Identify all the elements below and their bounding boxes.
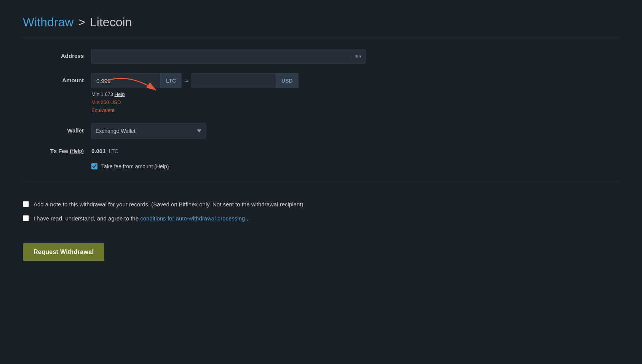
agree-prefix: I have read, understand, and agree to th…: [34, 215, 139, 222]
note-consent-text: Add a note to this withdrawal for your r…: [34, 200, 305, 209]
address-book-button[interactable]: ≡ ▾: [351, 54, 361, 59]
conditions-link[interactable]: conditions for auto-withdrawal processin…: [140, 215, 245, 222]
coin-name: Litecoin: [90, 15, 132, 29]
txfee-value: 0.001 LTC: [91, 148, 118, 154]
agree-consent-row: I have read, understand, and agree to th…: [23, 214, 619, 223]
amount-ltc-box: LTC: [91, 73, 182, 88]
amount-hints: Min 1.673 Help Min 250 USD Equivalent: [91, 91, 299, 114]
txfee-text: Tx Fee: [50, 148, 69, 154]
txfee-label: Tx Fee (Help): [38, 148, 84, 154]
address-label: Address: [38, 49, 84, 59]
address-book-icon: ≡ ▾: [355, 54, 361, 59]
page-header: Withdraw > Litecoin: [23, 15, 619, 29]
agree-suffix: .: [247, 215, 248, 222]
header-divider: [23, 37, 619, 37]
txfee-row: Tx Fee (Help) 0.001 LTC: [38, 148, 619, 154]
agree-checkbox[interactable]: [23, 215, 29, 221]
note-checkbox[interactable]: [23, 201, 29, 207]
amount-label: Amount: [38, 73, 84, 83]
consent-section: Add a note to this withdrawal for your r…: [23, 193, 619, 236]
amount-ltc-input[interactable]: [92, 73, 160, 88]
min-label: Min 1.673: [91, 91, 113, 97]
take-fee-label: Take fee from amount (Help): [101, 163, 169, 169]
address-input[interactable]: [96, 53, 348, 59]
min-help-link[interactable]: Help: [115, 91, 125, 97]
min-usd-hint-line2: Equivalent: [91, 107, 299, 115]
approx-symbol: ≈: [185, 77, 188, 85]
min-usd-hint-line1: Min 250 USD: [91, 99, 299, 107]
take-fee-checkbox[interactable]: [91, 163, 97, 169]
wallet-row: Wallet Exchange Wallet Margin Wallet Fun…: [38, 123, 619, 139]
form-divider: [23, 181, 619, 181]
take-fee-row: Take fee from amount (Help): [91, 163, 619, 169]
note-consent-row: Add a note to this withdrawal for your r…: [23, 200, 619, 209]
amount-usd-input[interactable]: [192, 73, 276, 88]
txfee-amount: 0.001: [91, 148, 106, 154]
address-input-container: ≡ ▾: [91, 49, 366, 64]
take-fee-help-link[interactable]: (Help): [154, 163, 169, 169]
ltc-currency-label: LTC: [160, 73, 181, 88]
txfee-currency: LTC: [109, 148, 118, 154]
min-amount-hint: Min 1.673 Help: [91, 91, 299, 99]
txfee-help-link[interactable]: (Help): [70, 148, 84, 154]
amount-field-wrapper: LTC ≈ USD: [91, 73, 299, 114]
request-withdrawal-button[interactable]: Request Withdrawal: [23, 243, 104, 261]
withdraw-breadcrumb[interactable]: Withdraw: [23, 15, 73, 29]
address-row: Address ≡ ▾: [38, 49, 619, 64]
wallet-select[interactable]: Exchange Wallet Margin Wallet Funding Wa…: [91, 123, 206, 139]
withdrawal-form: Address ≡ ▾ Amount LTC ≈: [38, 49, 619, 169]
breadcrumb-separator: >: [78, 15, 85, 29]
amount-container: LTC ≈ USD: [91, 73, 299, 88]
agree-consent-text: I have read, understand, and agree to th…: [34, 214, 248, 223]
usd-currency-label: USD: [276, 73, 298, 88]
amount-row: Amount LTC ≈: [38, 73, 619, 114]
amount-usd-box: USD: [192, 73, 299, 88]
wallet-label: Wallet: [38, 123, 84, 134]
